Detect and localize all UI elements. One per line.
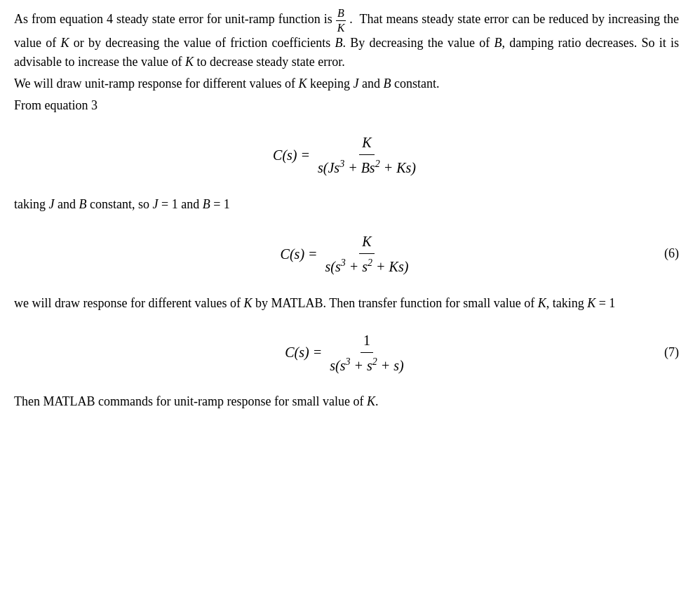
equation-3-block: C(s) = K s(Js3 + Bs2 + Ks) xyxy=(14,132,679,178)
eq7-numerator: 1 xyxy=(361,330,373,353)
p1-fraction-inline: B K xyxy=(336,7,346,34)
eq6-numerator: K xyxy=(359,231,374,254)
eq3-numerator: K xyxy=(359,132,374,155)
paragraph-4: taking J and B constant, so J = 1 and B … xyxy=(14,195,679,214)
p1-fraction-denominator: K xyxy=(336,21,346,34)
p1-fraction-numerator: B xyxy=(336,7,346,21)
paragraph-5: we will draw response for different valu… xyxy=(14,294,679,313)
eq6-lhs: C(s) = xyxy=(281,243,321,265)
eq6-fraction: K s(s3 + s2 + Ks) xyxy=(323,231,412,277)
p1-text-start: As from equation 4 steady state error fo… xyxy=(14,12,332,26)
equation-6-block: C(s) = K s(s3 + s2 + Ks) (6) xyxy=(14,231,679,277)
eq7-denominator: s(s3 + s2 + s) xyxy=(327,353,407,376)
main-content: As from equation 4 steady state error fo… xyxy=(14,7,679,411)
equation-7-number: (7) xyxy=(664,343,679,362)
paragraph-1: As from equation 4 steady state error fo… xyxy=(14,7,679,72)
equation-7-display: C(s) = 1 s(s3 + s2 + s) xyxy=(285,330,408,376)
paragraph-6: Then MATLAB commands for unit-ramp respo… xyxy=(14,392,679,411)
eq7-lhs: C(s) = xyxy=(285,342,325,363)
equation-6-number: (6) xyxy=(664,244,679,263)
p3-text: From equation 3 xyxy=(14,98,97,112)
eq3-lhs: C(s) = xyxy=(273,145,314,166)
equation-6-display: C(s) = K s(s3 + s2 + Ks) xyxy=(281,231,413,277)
paragraph-3: From equation 3 xyxy=(14,96,679,115)
eq7-fraction: 1 s(s3 + s2 + s) xyxy=(327,330,407,376)
eq3-fraction: K s(Js3 + Bs2 + Ks) xyxy=(315,132,419,178)
paragraph-2: We will draw unit-ramp response for diff… xyxy=(14,74,679,93)
eq6-denominator: s(s3 + s2 + Ks) xyxy=(323,254,412,277)
equation-7-block: C(s) = 1 s(s3 + s2 + s) (7) xyxy=(14,330,679,376)
eq3-denominator: s(Js3 + Bs2 + Ks) xyxy=(315,155,419,178)
equation-3-display: C(s) = K s(Js3 + Bs2 + Ks) xyxy=(273,132,420,178)
